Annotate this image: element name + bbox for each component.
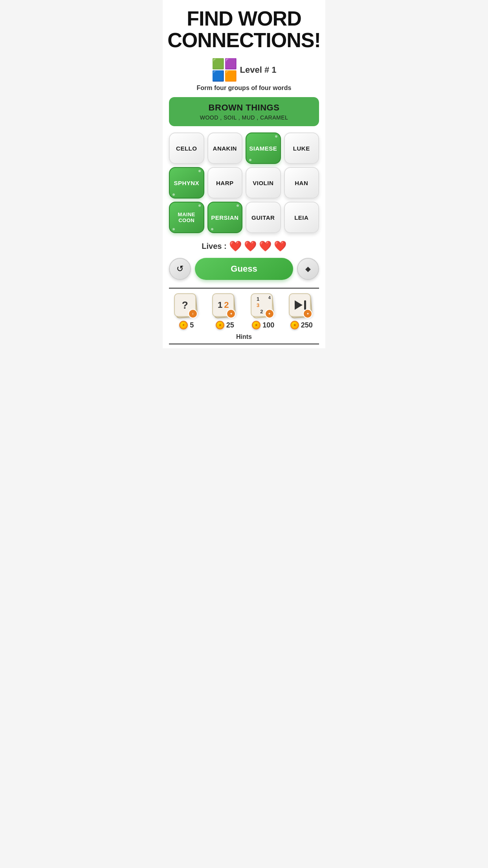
shuffle-icon: ↺ — [176, 264, 183, 274]
word-grid: CELLO ANAKIN SIAMESE LUKE SPHYNX HARP VI… — [169, 132, 319, 233]
word-tile-guitar[interactable]: GUITAR — [246, 202, 281, 233]
coin-icon-4: ★ — [290, 321, 299, 329]
hint-icon-4: ✦ — [289, 293, 314, 318]
word-tile-han[interactable]: HAN — [284, 167, 319, 199]
level-row: 🟩🟪🟦🟧 Level # 1 — [212, 58, 277, 82]
heart-1: ❤️ — [229, 240, 242, 252]
coin-icon-3: ★ — [252, 321, 261, 329]
hint-cost-value-4: 250 — [301, 321, 313, 329]
heart-4: ❤️ — [274, 240, 286, 252]
word-tile-persian[interactable]: PERSIAN — [207, 202, 243, 233]
level-text: Level # 1 — [240, 65, 277, 75]
word-tile-cello[interactable]: CELLO — [169, 132, 204, 164]
hint-cost-4: ★ 250 — [290, 321, 313, 329]
word-tile-violin[interactable]: VIOLIN — [246, 167, 281, 199]
hints-section: ? ! ✦ 5 1 2 ✦ — [169, 288, 319, 344]
page-title: FIND WORD CONNECTIONS! — [167, 8, 321, 51]
lives-row: Lives : ❤️ ❤️ ❤️ ❤️ — [202, 240, 286, 252]
hint-cost-1: ✦ 5 — [179, 321, 194, 329]
hint-icon-2: 1 2 ✦ — [212, 293, 237, 318]
heart-3: ❤️ — [259, 240, 272, 252]
hint-item-4[interactable]: ✦ ★ 250 — [284, 293, 319, 329]
hint-item-2[interactable]: 1 2 ✦ ★ 25 — [207, 293, 243, 329]
hint-cost-value-3: 100 — [262, 321, 274, 329]
guess-button[interactable]: Guess — [195, 258, 293, 280]
completed-group-title: BROWN THINGS — [177, 103, 311, 113]
hint-cost-value-2: 25 — [226, 321, 234, 329]
coin-icon-1: ✦ — [179, 321, 188, 329]
grid-icon: 🟩🟪🟦🟧 — [212, 58, 237, 82]
hint-icon-3: 4 1 3 2 ✦ — [251, 293, 276, 318]
coin-icon-2: ★ — [216, 321, 224, 329]
hint-cost-2: ★ 25 — [216, 321, 234, 329]
word-tile-anakin[interactable]: ANAKIN — [207, 132, 243, 164]
word-tile-sphynx[interactable]: SPHYNX — [169, 167, 204, 199]
hints-grid: ? ! ✦ 5 1 2 ✦ — [169, 293, 319, 329]
completed-group-words: WOOD , SOIL , MUD , CARAMEL — [177, 114, 311, 121]
heart-2: ❤️ — [244, 240, 257, 252]
word-tile-harp[interactable]: HARP — [207, 167, 243, 199]
erase-icon: ◆ — [305, 265, 311, 273]
hint-icon-1: ? ! — [174, 293, 199, 318]
actions-row: ↺ Guess ◆ — [169, 258, 319, 280]
main-page: FIND WORD CONNECTIONS! 🟩🟪🟦🟧 Level # 1 Fo… — [163, 0, 325, 348]
word-tile-leia[interactable]: LEIA — [284, 202, 319, 233]
shuffle-button[interactable]: ↺ — [169, 258, 191, 280]
hint-cost-3: ★ 100 — [252, 321, 274, 329]
word-tile-maine-coon[interactable]: MAINECOON — [169, 202, 204, 233]
play-icon — [294, 300, 306, 310]
hints-label: Hints — [169, 333, 319, 340]
word-tile-siamese[interactable]: SIAMESE — [246, 132, 281, 164]
word-tile-luke[interactable]: LUKE — [284, 132, 319, 164]
hint-cost-value-1: 5 — [190, 321, 194, 329]
erase-button[interactable]: ◆ — [297, 258, 319, 280]
completed-group: BROWN THINGS WOOD , SOIL , MUD , CARAMEL — [169, 97, 319, 126]
lives-label: Lives : — [202, 242, 226, 251]
hint-item-3[interactable]: 4 1 3 2 ✦ ★ 100 — [246, 293, 281, 329]
subtitle: Form four groups of four words — [197, 85, 292, 92]
hint-item-1[interactable]: ? ! ✦ 5 — [169, 293, 204, 329]
